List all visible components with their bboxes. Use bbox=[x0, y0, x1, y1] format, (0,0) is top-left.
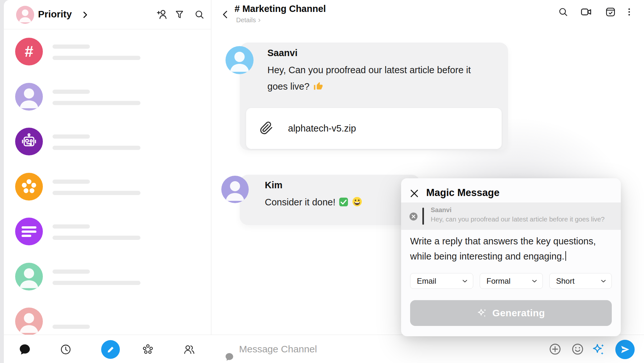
person-silhouette-icon bbox=[226, 46, 254, 74]
ai-sparkle-icon[interactable] bbox=[591, 342, 606, 357]
message-bubble: Kim Consider it done! bbox=[240, 175, 420, 225]
person-silhouette-icon bbox=[15, 263, 43, 290]
flower-dots-icon bbox=[15, 173, 43, 201]
placeholder-bar bbox=[53, 191, 140, 195]
paperclip-icon bbox=[259, 121, 274, 135]
placeholder-bar bbox=[53, 146, 140, 150]
placeholder-bar bbox=[53, 44, 90, 49]
person-avatar bbox=[15, 308, 43, 335]
chats-icon[interactable] bbox=[18, 343, 31, 356]
placeholder-bar bbox=[53, 224, 90, 229]
video-call-icon[interactable] bbox=[580, 6, 592, 18]
sparkle-icon bbox=[477, 308, 488, 319]
list-lines-icon bbox=[15, 218, 43, 245]
attachment-filename: alphatech-v5.zip bbox=[288, 123, 356, 134]
hash-icon: # bbox=[15, 38, 43, 65]
magic-message-panel: Magic Message Saanvi Hey, can you proofr… bbox=[401, 178, 621, 336]
channel-title: # Marketing Channel bbox=[235, 4, 326, 14]
channel-details-link[interactable]: Details bbox=[236, 16, 262, 24]
filter-icon[interactable] bbox=[174, 9, 185, 20]
person-silhouette-icon bbox=[16, 6, 34, 24]
placeholder-bar bbox=[53, 236, 140, 240]
chevron-right-icon[interactable] bbox=[81, 10, 90, 19]
chevron-down-icon bbox=[461, 278, 468, 285]
message-input[interactable]: Message Channel bbox=[239, 344, 317, 355]
message-text: Consider it done! bbox=[265, 194, 416, 212]
bottom-bar: Message Channel bbox=[4, 335, 644, 363]
tone-dropdown[interactable]: Formal bbox=[480, 273, 543, 289]
compose-button[interactable] bbox=[101, 340, 120, 359]
message-bubble: Saanvi Hey, Can you proofread our latest… bbox=[240, 43, 508, 150]
chevron-down-icon bbox=[531, 278, 538, 285]
format-dropdown[interactable]: Email bbox=[410, 273, 473, 289]
chevron-right-icon bbox=[257, 18, 262, 23]
message-bubble-icon bbox=[225, 352, 234, 362]
kebab-menu-icon[interactable] bbox=[624, 7, 634, 17]
close-icon[interactable] bbox=[409, 188, 420, 199]
placeholder-bar bbox=[53, 180, 90, 184]
placeholder-bar bbox=[53, 270, 90, 274]
remove-quote-icon[interactable] bbox=[409, 212, 418, 221]
panel-title: Magic Message bbox=[426, 187, 499, 199]
placeholder-bar bbox=[53, 101, 140, 105]
chevron-down-icon bbox=[600, 278, 607, 285]
quote-bar bbox=[422, 208, 424, 225]
add-user-icon[interactable] bbox=[156, 9, 168, 20]
sidebar-divider bbox=[211, 0, 211, 335]
placeholder-bar bbox=[53, 134, 90, 139]
search-icon[interactable] bbox=[558, 6, 569, 17]
avatar[interactable] bbox=[226, 46, 254, 74]
robot-icon bbox=[15, 128, 43, 155]
details-label: Details bbox=[236, 16, 256, 24]
plus-circle-icon[interactable] bbox=[548, 342, 562, 356]
quoted-message: Saanvi Hey, can you proofread our latest… bbox=[401, 202, 621, 230]
person-silhouette-icon bbox=[221, 176, 249, 203]
back-icon[interactable] bbox=[220, 9, 231, 20]
workspace-avatar[interactable] bbox=[16, 6, 34, 24]
list-lines-icon bbox=[22, 224, 36, 239]
history-clock-icon[interactable] bbox=[60, 343, 72, 356]
tasks-icon[interactable] bbox=[605, 6, 616, 18]
message-author: Saanvi bbox=[267, 48, 298, 58]
placeholder-bar bbox=[53, 90, 90, 94]
placeholder-bar bbox=[53, 56, 140, 60]
apps-icon[interactable] bbox=[142, 343, 154, 356]
placeholder-bar bbox=[53, 281, 140, 285]
generating-label: Generating bbox=[492, 308, 545, 319]
person-avatar bbox=[15, 83, 43, 111]
message-author: Kim bbox=[265, 180, 283, 191]
prompt-input[interactable]: Write a reply that answers the key quest… bbox=[410, 234, 605, 264]
robot-icon bbox=[20, 132, 38, 151]
generating-button[interactable]: Generating bbox=[410, 300, 612, 326]
flower-dots-icon bbox=[20, 177, 38, 196]
search-icon[interactable] bbox=[194, 9, 205, 20]
person-avatar bbox=[15, 263, 43, 290]
contacts-icon[interactable] bbox=[183, 343, 195, 356]
quote-author: Saanvi bbox=[431, 206, 451, 214]
message-text: Hey, Can you proofread our latest articl… bbox=[267, 62, 474, 96]
text-caret bbox=[565, 251, 566, 261]
person-silhouette-icon bbox=[15, 83, 43, 111]
thumbs-up-emoji bbox=[313, 80, 323, 96]
workspace-title[interactable]: Priority bbox=[38, 9, 72, 20]
person-silhouette-icon bbox=[15, 308, 43, 335]
emoji-smiley-icon[interactable] bbox=[571, 342, 584, 356]
placeholder-bar bbox=[53, 325, 90, 329]
quote-text: Hey, can you proofread our latest articl… bbox=[431, 215, 605, 223]
attachment-card[interactable]: alphatech-v5.zip bbox=[246, 108, 502, 149]
pencil-icon bbox=[106, 345, 115, 354]
send-plane-icon bbox=[620, 344, 630, 355]
length-dropdown[interactable]: Short bbox=[549, 273, 612, 289]
sidebar-header: Priority bbox=[4, 0, 211, 29]
avatar[interactable] bbox=[221, 176, 249, 203]
grinning-face-emoji bbox=[352, 196, 362, 212]
check-mark-emoji bbox=[339, 196, 349, 212]
send-button[interactable] bbox=[615, 340, 635, 359]
